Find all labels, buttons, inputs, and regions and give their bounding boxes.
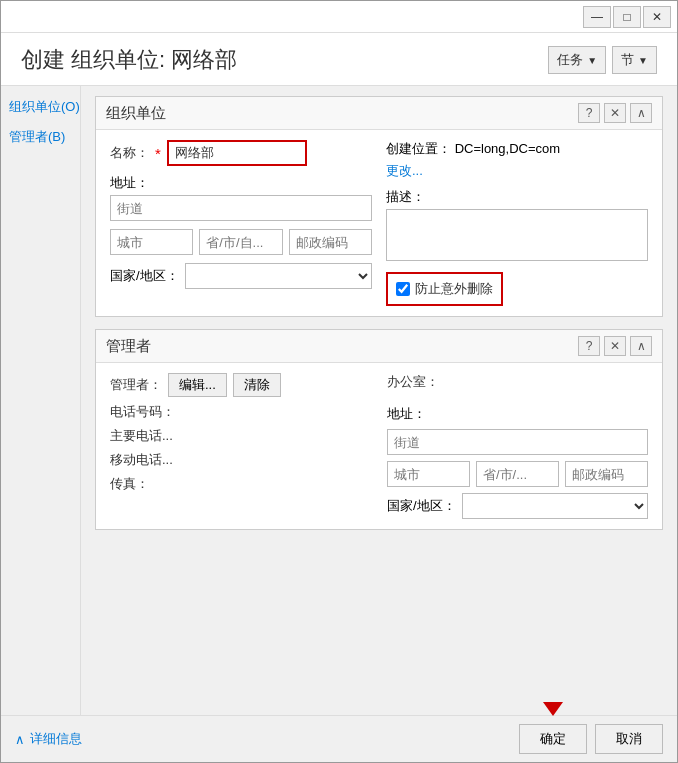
edit-button[interactable]: 编辑... (168, 373, 227, 397)
ok-button[interactable]: 确定 (519, 724, 587, 754)
manager-right: 办公室： 地址： (387, 373, 648, 519)
ou-section: 组织单位 ? ✕ ∧ 名称： * (95, 96, 663, 317)
manager-label: 管理者： (110, 376, 162, 394)
fax-row: 传真： (110, 475, 371, 493)
section-dropdown-arrow: ▼ (638, 55, 648, 66)
ou-left-col: 名称： * 地址： (110, 140, 372, 306)
manager-help-button[interactable]: ? (578, 336, 600, 356)
address-input[interactable] (110, 195, 372, 221)
ou-collapse-button[interactable]: ∧ (630, 103, 652, 123)
mgr-province-input[interactable] (476, 461, 559, 487)
sidebar: 组织单位(O) 管理者(B) (1, 86, 81, 715)
close-button[interactable]: ✕ (643, 6, 671, 28)
ou-section-header: 组织单位 ? ✕ ∧ (96, 97, 662, 130)
manager-close-button[interactable]: ✕ (604, 336, 626, 356)
manager-collapse-button[interactable]: ∧ (630, 336, 652, 356)
manager-name-row: 管理者： 编辑... 清除 (110, 373, 371, 397)
office-row: 办公室： (387, 373, 648, 391)
postal-input[interactable] (289, 229, 372, 255)
phone-label: 电话号码： (110, 404, 175, 419)
title-bar: — □ ✕ (1, 1, 677, 33)
footer-buttons: 确定 取消 (519, 724, 663, 754)
creation-location: 创建位置： DC=long,DC=com 更改... (386, 140, 648, 180)
ou-right-col: 创建位置： DC=long,DC=com 更改... 描述： (386, 140, 648, 306)
required-star: * (155, 145, 161, 162)
mgr-country-row: 国家/地区： (387, 493, 648, 519)
creation-location-value: DC=long,DC=com (455, 141, 561, 156)
name-input[interactable] (167, 140, 307, 166)
main-content: 组织单位 ? ✕ ∧ 名称： * (81, 86, 677, 715)
ou-close-button[interactable]: ✕ (604, 103, 626, 123)
mgr-postal-input[interactable] (565, 461, 648, 487)
country-label: 国家/地区： (110, 267, 179, 285)
ou-section-controls: ? ✕ ∧ (578, 103, 652, 123)
manager-section: 管理者 ? ✕ ∧ 管理者： 编辑... 清除 (95, 329, 663, 530)
desc-textarea[interactable] (386, 209, 648, 261)
city-row (110, 229, 372, 255)
desc-field-row: 描述： (386, 188, 648, 264)
mobile-row: 移动电话... (110, 451, 371, 469)
mgr-city-row (387, 461, 648, 487)
city-input[interactable] (110, 229, 193, 255)
mgr-country-label: 国家/地区： (387, 497, 456, 515)
mgr-city-input[interactable] (387, 461, 470, 487)
creation-location-label: 创建位置： DC=long,DC=com (386, 140, 648, 158)
ou-section-title: 组织单位 (106, 104, 166, 123)
minimize-button[interactable]: — (583, 6, 611, 28)
mgr-address-input[interactable] (387, 429, 648, 455)
down-arrow-icon (543, 702, 563, 716)
phone-row: 电话号码： (110, 403, 371, 421)
footer: ∧ 详细信息 确定 取消 (1, 715, 677, 762)
header-actions: 任务 ▼ 节 ▼ (548, 46, 657, 74)
manager-two-col: 管理者： 编辑... 清除 电话号码： 主要电话... 移动 (110, 373, 648, 519)
mgr-country-select[interactable] (462, 493, 648, 519)
main-phone-row: 主要电话... (110, 427, 371, 445)
details-link[interactable]: ∧ 详细信息 (15, 730, 82, 748)
clear-button[interactable]: 清除 (233, 373, 281, 397)
arrow-indicator (543, 702, 563, 719)
name-row: 名称： * (110, 140, 372, 166)
change-link[interactable]: 更改... (386, 162, 648, 180)
cancel-button[interactable]: 取消 (595, 724, 663, 754)
address-label: 地址： (110, 174, 372, 192)
mgr-address-row (387, 429, 648, 455)
mgr-address-label-text: 地址： (387, 406, 426, 421)
desc-label: 描述： (386, 188, 648, 206)
prevent-delete-checkbox[interactable] (396, 282, 410, 296)
details-label: 详细信息 (30, 730, 82, 748)
ou-two-col: 名称： * 地址： (110, 140, 648, 306)
name-label: 名称： (110, 144, 149, 162)
window-controls: — □ ✕ (583, 6, 671, 28)
prevent-delete-row: 防止意外删除 (386, 272, 503, 306)
manager-section-header: 管理者 ? ✕ ∧ (96, 330, 662, 363)
task-dropdown-button[interactable]: 任务 ▼ (548, 46, 606, 74)
mobile-label: 移动电话... (110, 452, 173, 467)
ou-section-body: 名称： * 地址： (96, 130, 662, 316)
details-icon: ∧ (15, 732, 25, 747)
body: 组织单位(O) 管理者(B) 组织单位 ? ✕ ∧ (1, 86, 677, 715)
fax-label: 传真： (110, 476, 149, 491)
province-input[interactable] (199, 229, 282, 255)
manager-section-controls: ? ✕ ∧ (578, 336, 652, 356)
address-field-row: 地址： (110, 174, 372, 221)
office-label: 办公室： (387, 374, 439, 389)
country-row: 国家/地区： (110, 263, 372, 289)
sidebar-item-ou[interactable]: 组织单位(O) (9, 96, 72, 118)
manager-section-title: 管理者 (106, 337, 151, 356)
ok-btn-wrapper: 确定 (519, 724, 587, 754)
page-title: 创建 组织单位: 网络部 (21, 45, 237, 75)
prevent-delete-label: 防止意外删除 (415, 280, 493, 298)
manager-left: 管理者： 编辑... 清除 电话号码： 主要电话... 移动 (110, 373, 371, 519)
sidebar-item-manager[interactable]: 管理者(B) (9, 126, 72, 148)
country-select[interactable] (185, 263, 372, 289)
restore-button[interactable]: □ (613, 6, 641, 28)
main-window: — □ ✕ 创建 组织单位: 网络部 任务 ▼ 节 ▼ 组织单位(O) 管理者(… (0, 0, 678, 763)
manager-section-body: 管理者： 编辑... 清除 电话号码： 主要电话... 移动 (96, 363, 662, 529)
mgr-address-label: 地址： (387, 405, 648, 423)
task-dropdown-arrow: ▼ (587, 55, 597, 66)
main-phone-label: 主要电话... (110, 428, 173, 443)
section-dropdown-button[interactable]: 节 ▼ (612, 46, 657, 74)
ou-help-button[interactable]: ? (578, 103, 600, 123)
header: 创建 组织单位: 网络部 任务 ▼ 节 ▼ (1, 33, 677, 86)
